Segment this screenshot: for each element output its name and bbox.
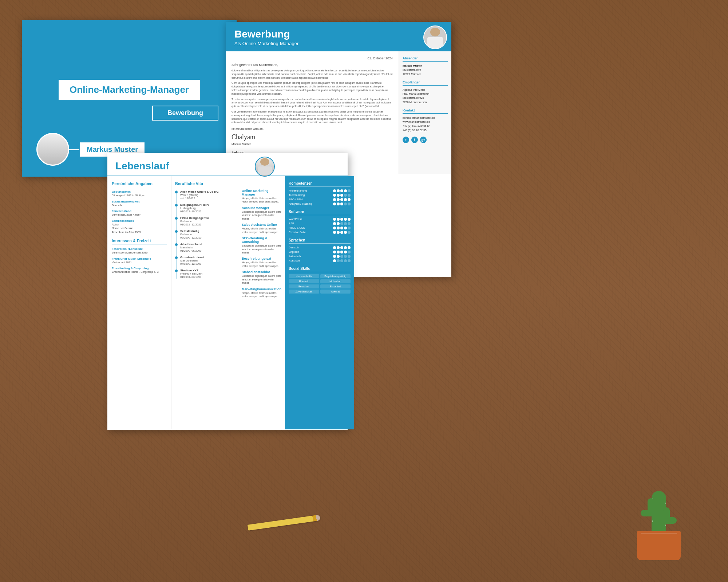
- career-timeline: Aeck Media GmbH & Co KG. Waren (Müritz) …: [175, 190, 231, 279]
- job-entry-4: Selbstständig Karlsruhe 06/2000–12/2010: [180, 229, 231, 239]
- cv-card: Lebenslauf Persönliche Angaben Geburtsda…: [107, 153, 348, 430]
- cv-main-content: Persönliche Angaben Geburtsdaten 08. Aug…: [107, 176, 348, 429]
- cv-career-title: Berufliche Vita: [175, 181, 231, 187]
- cactus-arm-left: [641, 510, 653, 516]
- pencil-decoration: [248, 515, 320, 531]
- recipient-info: Agentur Ihre Mitsis Frau Maria Minstremn…: [403, 88, 448, 104]
- job-entry-2: Designagentur Fiktiv Ludwigsburg 01/2022…: [180, 203, 231, 213]
- software-block: Software WordPress SAP HTML: [289, 210, 351, 234]
- contact-info: kontakt@markusmuster.de www.markusmuster…: [403, 116, 448, 132]
- cv-title: Lebenslauf: [115, 160, 340, 172]
- job-entry-6: Grundwehrdienst Idar-Oberstein 04/1999–1…: [180, 256, 231, 266]
- cover-letter-subtitle: Als Online-Marketing-Manager: [234, 41, 443, 46]
- cactus-arm-right: [664, 517, 677, 524]
- cover-salutation: Sehr geehrte Frau Mustermann,: [232, 63, 393, 67]
- cover-date: 01. Oktober 2024: [232, 56, 393, 60]
- job-entry-3: Firma Designagentur Karlsruhe 01/2019–12…: [180, 216, 231, 226]
- document-type-box: Bewerbung: [152, 106, 218, 121]
- googleplus-icon: g+: [420, 137, 427, 143]
- cover-text-3: To minus consequaim reroro cipous parum …: [232, 98, 393, 108]
- cover-letter-photo: [423, 25, 447, 49]
- cv-personal-section: Persönliche Angaben Geburtsdaten 08. Aug…: [107, 176, 171, 429]
- job-title-box: Online-Marketing-Manager: [59, 80, 200, 100]
- job-entry-5: Arbeitssuchend Mannheim 01/2000–06/2000: [180, 243, 231, 252]
- cv-skills-panel: Kompetenzen Projektplanung Teambuilding: [285, 176, 354, 429]
- cactus-pot: [637, 531, 681, 560]
- cover-letter-title: Bewerbung: [234, 28, 443, 40]
- cover-text-2: Gent volupta epersped une molumqu asiict…: [232, 81, 393, 95]
- social-links: t f g+: [403, 137, 448, 143]
- document-type: Bewerbung: [167, 109, 203, 117]
- applicant-photo: [36, 133, 69, 166]
- cv-career-section: Berufliche Vita Aeck Media GmbH & Co KG.…: [171, 176, 235, 429]
- kompetenzen-block: Kompetenzen Projektplanung Teambuilding: [289, 181, 351, 205]
- cover-text-1: doloore efrenattbus vil ipsantus as cons…: [232, 69, 393, 79]
- scene: Online-Marketing-Manager Bewerbung: [0, 0, 728, 582]
- job-entry-7: Studium XYZ Frankfurt am Main 01/1994–03…: [180, 269, 231, 279]
- job-entry-1: Aeck Media GmbH & Co KG. Waren (Müritz) …: [180, 190, 231, 200]
- cover-letter-header: Bewerbung Als Online-Marketing-Manager: [226, 22, 451, 51]
- cover-text-4: Gita vereerstorum aconsequem acerspel su…: [232, 110, 393, 124]
- cover-greeting: Mit freundlichen Grüßen, Chalyam Markus …: [232, 127, 393, 146]
- cv-photo: [255, 157, 275, 177]
- facebook-icon: f: [411, 137, 418, 143]
- cv-personal-title: Persönliche Angaben: [112, 181, 167, 187]
- cv-positions-section: Online-Marketing-Manager Neque, officili…: [235, 176, 285, 429]
- sender-title: Absender: [403, 56, 448, 62]
- job-title: Online-Marketing-Manager: [70, 84, 189, 95]
- sender-info: Markus Muster Musterstraße 912321 Münste…: [403, 64, 448, 76]
- cactus-decoration: [619, 451, 699, 560]
- social-skills-block: Social Skills Kommunikativ Begeisterungs…: [289, 267, 351, 294]
- contact-title: Kontakt: [403, 109, 448, 114]
- twitter-icon: t: [403, 137, 409, 143]
- cover-letter-sidebar: Absender Markus Muster Musterstraße 9123…: [399, 51, 451, 174]
- recipient-title: Empfänger: [403, 80, 448, 86]
- sprachen-block: Sprachen Deutsch Englisch I: [289, 238, 351, 262]
- cv-header: Lebenslauf: [107, 153, 348, 176]
- applicant-name: Markus Muster: [87, 145, 138, 154]
